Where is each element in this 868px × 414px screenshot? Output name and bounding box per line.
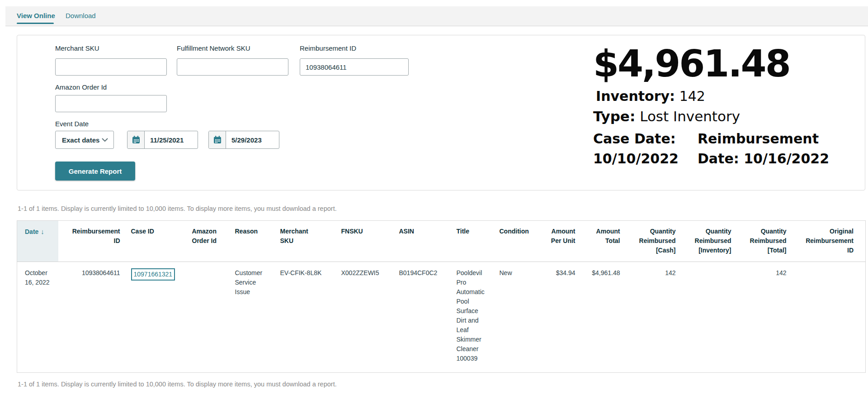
reimbursement-id-input[interactable] (300, 58, 409, 76)
column-header-merchant-sku[interactable]: Merchant SKU (274, 221, 335, 262)
end-date-input[interactable]: 5/29/2023 (226, 131, 279, 148)
column-header-reimbursement-id[interactable]: Reimbursement ID (58, 221, 125, 262)
start-date-calendar-button[interactable] (127, 131, 145, 148)
merchant-sku-input[interactable] (55, 58, 167, 76)
fulfillment-network-sku-label: Fulfillment Network SKU (177, 44, 250, 52)
column-header-date[interactable]: Date↓ (17, 221, 58, 262)
cell-reimbursement-id: 10938064611 (58, 262, 125, 373)
annotation-case-date-label: Case Date: (593, 129, 679, 149)
tab-view-online[interactable]: View Online (17, 12, 55, 19)
items-status-bottom: 1-1 of 1 items. Display is currently lim… (18, 381, 337, 388)
calendar-icon (213, 135, 222, 144)
items-status-top: 1-1 of 1 items. Display is currently lim… (18, 205, 337, 212)
cell-amount-total: $4,961.48 (581, 262, 626, 373)
cell-merchant-sku: EV-CFIK-8L8K (274, 262, 335, 373)
column-header-qty-reimbursed-total[interactable]: Quantity Reimbursed [Total] (737, 221, 792, 262)
cell-case-id: 10971661321 (125, 262, 186, 373)
sort-desc-icon: ↓ (41, 228, 44, 235)
column-header-amount-total[interactable]: Amount Total (581, 221, 626, 262)
end-date-picker: 5/29/2023 (208, 131, 279, 149)
cell-date: October 16, 2022 (17, 262, 58, 373)
amazon-order-id-label: Amazon Order Id (55, 83, 107, 91)
cell-qty-reimbursed-inventory (681, 262, 737, 373)
cell-amount-per-unit: $34.94 (538, 262, 581, 373)
table-header-row: Date↓ Reimbursement ID Case ID Amazon Or… (17, 221, 866, 262)
reimbursements-table: Date↓ Reimbursement ID Case ID Amazon Or… (17, 220, 866, 373)
annotation-case-date-value: 10/10/2022 (593, 149, 679, 169)
report-tab-strip: View Online Download (5, 6, 868, 26)
reimbursement-id-label: Reimbursement ID (300, 44, 356, 52)
cell-reason: Customer Service Issue (229, 262, 274, 373)
case-id-link[interactable]: 10971661321 (131, 268, 175, 281)
merchant-sku-label: Merchant SKU (55, 44, 99, 52)
active-tab-underline (17, 23, 54, 24)
column-header-asin[interactable]: ASIN (393, 221, 450, 262)
start-date-input[interactable]: 11/25/2021 (145, 131, 198, 148)
cell-fnsku: X002ZZEWI5 (335, 262, 393, 373)
cell-qty-reimbursed-cash: 142 (626, 262, 681, 373)
annotation-inventory-label: Inventory: (596, 88, 675, 104)
annotation-type: Type: Lost Inventory (593, 108, 829, 124)
amazon-order-id-input[interactable] (55, 95, 167, 112)
end-date-calendar-button[interactable] (209, 131, 226, 148)
column-header-original-reimbursement-id[interactable]: Original Reimbursement ID (792, 221, 866, 262)
chevron-down-icon (102, 138, 108, 142)
annotation-reimbursement-date: Reimbursement Date: 10/16/2022 (698, 129, 829, 168)
start-date-picker: 11/25/2021 (127, 131, 198, 149)
annotation-type-label: Type: (593, 108, 635, 124)
date-mode-value: Exact dates (62, 136, 99, 144)
annotation-reimbursement-date-value: Date: 10/16/2022 (698, 149, 829, 169)
column-header-condition[interactable]: Condition (493, 221, 538, 262)
fulfillment-network-sku-input[interactable] (177, 58, 288, 76)
cell-title: Pooldevil Pro Automatic Pool Surface Dir… (450, 262, 493, 373)
annotation-case-date: Case Date: 10/10/2022 (593, 129, 679, 168)
table-row: October 16, 2022 10938064611 10971661321… (17, 262, 866, 373)
tab-download[interactable]: Download (66, 12, 96, 19)
annotation-inventory-value: 142 (679, 88, 705, 104)
generate-report-button[interactable]: Generate Report (55, 162, 135, 181)
column-header-amount-per-unit[interactable]: Amount Per Unit (538, 221, 581, 262)
cell-amazon-order-id (186, 262, 229, 373)
column-header-amazon-order-id[interactable]: Amazon Order Id (186, 221, 229, 262)
column-header-fnsku[interactable]: FNSKU (335, 221, 393, 262)
column-header-date-label: Date (25, 228, 38, 235)
column-header-qty-reimbursed-inventory[interactable]: Quantity Reimbursed [Inventory] (681, 221, 737, 262)
annotation-overlay: $4,961.48 Inventory: 142 Type: Lost Inve… (593, 43, 829, 168)
calendar-icon (132, 135, 141, 144)
cell-asin: B0194CF0C2 (393, 262, 450, 373)
event-date-label: Event Date (55, 120, 89, 128)
column-header-case-id[interactable]: Case ID (125, 221, 186, 262)
cell-qty-reimbursed-total: 142 (737, 262, 792, 373)
annotation-amount: $4,961.48 (593, 43, 829, 84)
annotation-reimbursement-date-label: Reimbursement (698, 129, 829, 149)
date-mode-select[interactable]: Exact dates (55, 131, 114, 149)
column-header-reason[interactable]: Reason (229, 221, 274, 262)
column-header-title[interactable]: Title (450, 221, 493, 262)
cell-condition: New (493, 262, 538, 373)
annotation-type-value: Lost Inventory (640, 108, 740, 124)
column-header-qty-reimbursed-cash[interactable]: Quantity Reimbursed [Cash] (626, 221, 681, 262)
cell-original-reimbursement-id (792, 262, 866, 373)
annotation-dates: Case Date: 10/10/2022 Reimbursement Date… (593, 129, 829, 168)
annotation-inventory: Inventory: 142 (596, 88, 829, 104)
